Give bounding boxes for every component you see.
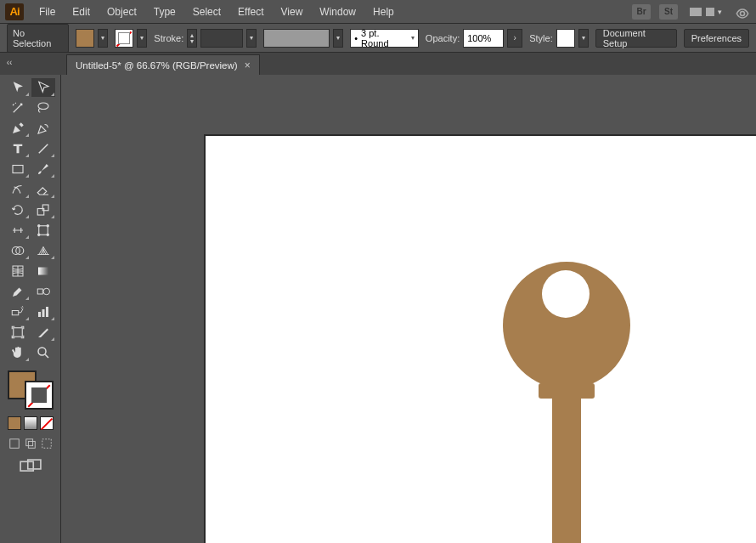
eyedropper-tool[interactable] — [6, 282, 30, 301]
selection-tool[interactable] — [6, 78, 30, 97]
brush-definition-dropdown[interactable]: • 3 pt. Round ▾ — [350, 29, 419, 48]
slice-tool[interactable] — [31, 323, 55, 342]
rectangle-tool[interactable] — [6, 160, 30, 178]
artboard[interactable] — [206, 136, 756, 543]
stock-button[interactable]: St — [659, 4, 678, 20]
gpu-preview-icon[interactable] — [734, 5, 751, 19]
stroke-swatch[interactable] — [115, 29, 133, 48]
svg-rect-17 — [38, 312, 41, 317]
menu-select[interactable]: Select — [186, 3, 228, 21]
svg-point-7 — [47, 225, 48, 227]
drawing-mode-row — [8, 437, 54, 450]
menu-file[interactable]: File — [32, 3, 62, 21]
app-logo: Ai — [5, 3, 24, 20]
mesh-tool[interactable] — [6, 262, 30, 280]
variable-width-profile[interactable] — [263, 29, 330, 48]
menu-view[interactable]: View — [274, 3, 310, 21]
collapse-dock-icon[interactable]: ‹‹ — [3, 58, 15, 66]
svg-rect-22 — [9, 439, 19, 449]
draw-normal-icon[interactable] — [8, 437, 21, 450]
hand-tool[interactable] — [6, 343, 30, 362]
stroke-weight-input[interactable] — [200, 29, 243, 48]
column-graph-tool[interactable] — [31, 303, 55, 321]
zoom-tool[interactable] — [31, 343, 55, 362]
svg-rect-18 — [42, 309, 44, 317]
fill-swatch[interactable] — [76, 29, 94, 48]
stroke-swatch-dropdown[interactable]: ▾ — [137, 29, 147, 48]
rotate-tool[interactable] — [6, 201, 30, 219]
stroke-label: Stroke: — [154, 33, 183, 43]
svg-rect-25 — [42, 439, 51, 449]
scale-tool[interactable] — [31, 201, 55, 219]
lasso-tool[interactable] — [31, 99, 55, 117]
shape-builder-tool[interactable] — [6, 241, 30, 260]
svg-rect-23 — [25, 439, 32, 446]
menu-object[interactable]: Object — [100, 3, 144, 21]
stroke-weight-dropdown[interactable]: ▾ — [246, 29, 257, 48]
fill-swatch-dropdown[interactable]: ▾ — [98, 29, 108, 48]
svg-point-6 — [37, 225, 39, 227]
key-shape-shaft[interactable] — [552, 384, 581, 543]
curvature-tool[interactable] — [31, 119, 55, 138]
document-setup-button[interactable]: Document Setup — [595, 29, 677, 48]
svg-rect-20 — [13, 328, 22, 337]
opacity-dropdown[interactable]: › — [507, 29, 522, 48]
svg-point-9 — [47, 234, 48, 235]
control-bar: No Selection ▾ ▾ Stroke: ▴▾ ▾ ▾ • 3 pt. … — [0, 24, 756, 53]
free-transform-tool[interactable] — [31, 221, 55, 240]
graphic-style-dropdown[interactable]: ▾ — [578, 29, 589, 48]
eraser-tool[interactable] — [31, 180, 55, 199]
menu-edit[interactable]: Edit — [65, 3, 97, 21]
screen-mode-button[interactable] — [20, 459, 42, 474]
opacity-label: Opacity: — [426, 33, 460, 43]
direct-selection-tool[interactable] — [31, 78, 55, 97]
graphic-style-swatch[interactable] — [556, 29, 575, 48]
menu-bar: Ai File Edit Object Type Select Effect V… — [0, 0, 756, 24]
menu-window[interactable]: Window — [313, 3, 363, 21]
stroke-color-box[interactable] — [25, 381, 54, 410]
main-area — [0, 75, 756, 543]
svg-rect-13 — [38, 268, 48, 275]
shaper-tool[interactable] — [6, 180, 30, 199]
brush-definition-label: 3 pt. Round — [361, 28, 406, 48]
svg-rect-14 — [37, 289, 42, 294]
svg-rect-5 — [38, 226, 48, 235]
menu-type[interactable]: Type — [147, 3, 183, 21]
line-segment-tool[interactable] — [31, 139, 55, 158]
gradient-tool[interactable] — [31, 262, 55, 280]
arrange-documents-button[interactable]: ▾ — [689, 8, 722, 16]
width-tool[interactable] — [6, 221, 30, 240]
opacity-value[interactable]: 100% — [463, 29, 504, 48]
blend-tool[interactable] — [31, 282, 55, 301]
color-mode-row — [8, 416, 54, 430]
svg-point-15 — [43, 288, 50, 295]
document-tab[interactable]: Untitled-5* @ 66.67% (RGB/Preview) × — [66, 54, 260, 75]
variable-width-dropdown[interactable]: ▾ — [333, 29, 343, 48]
menu-effect[interactable]: Effect — [231, 3, 270, 21]
draw-behind-icon[interactable] — [24, 437, 37, 450]
perspective-grid-tool[interactable] — [31, 241, 55, 260]
style-label: Style: — [529, 33, 553, 43]
menu-help[interactable]: Help — [366, 3, 401, 21]
symbol-sprayer-tool[interactable] — [6, 303, 30, 321]
document-tab-bar: Untitled-5* @ 66.67% (RGB/Preview) × — [0, 53, 756, 75]
bridge-button[interactable]: Br — [632, 4, 651, 20]
color-mode-gradient[interactable] — [24, 416, 37, 430]
color-mode-none[interactable] — [40, 416, 54, 430]
close-tab-icon[interactable]: × — [245, 59, 251, 71]
stroke-weight-stepper[interactable]: ▴▾ — [187, 29, 197, 48]
svg-rect-2 — [13, 166, 23, 173]
color-mode-solid[interactable] — [8, 416, 21, 430]
pen-tool[interactable] — [6, 119, 30, 138]
tools-panel — [0, 75, 61, 543]
artboard-tool[interactable] — [6, 323, 30, 342]
draw-inside-icon[interactable] — [40, 437, 54, 450]
key-shape-hole[interactable] — [542, 270, 590, 318]
preferences-button[interactable]: Preferences — [684, 29, 749, 48]
type-tool[interactable] — [6, 139, 30, 158]
canvas-area[interactable] — [61, 75, 756, 543]
paintbrush-tool[interactable] — [31, 160, 55, 178]
fill-stroke-indicator[interactable] — [8, 370, 54, 410]
svg-point-8 — [37, 234, 39, 235]
magic-wand-tool[interactable] — [6, 99, 30, 117]
